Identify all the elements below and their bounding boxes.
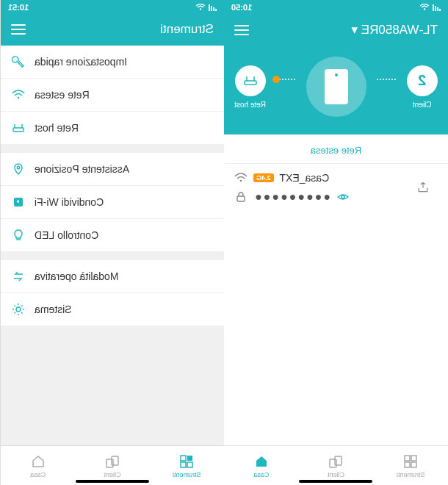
tab-home[interactable]: Casa: [224, 446, 299, 485]
menu-button[interactable]: [11, 24, 26, 35]
tab-tools[interactable]: Strumenti: [150, 446, 224, 485]
wifi-icon: [234, 171, 248, 184]
bulb-icon: [11, 228, 26, 242]
link-device-host: [276, 79, 295, 80]
topology-hero: 2 Client Rete host: [224, 46, 448, 134]
client-tab-icon: [104, 453, 120, 470]
section-extended-network[interactable]: Rete estesa: [224, 134, 448, 164]
wifi-status-icon: [196, 4, 205, 11]
wifi-icon: [11, 87, 26, 102]
link-client-device: [377, 79, 396, 80]
screen-tools: 10:51 Strumenti Impostazione rapida Rete…: [0, 0, 224, 485]
client-count-badge: 2: [407, 65, 438, 96]
status-time: 10:51: [8, 3, 29, 12]
tab-tools[interactable]: Strumenti: [373, 446, 448, 485]
tool-host-network[interactable]: Rete host: [1, 112, 224, 144]
svg-rect-16: [181, 462, 186, 467]
svg-rect-20: [437, 7, 438, 11]
lock-icon: [234, 190, 248, 204]
svg-rect-2: [211, 6, 212, 11]
extender-device[interactable]: [306, 57, 366, 117]
svg-rect-31: [405, 456, 410, 461]
tools-group-3: Modalità operativa Sistema: [1, 260, 224, 326]
tool-location-assistant[interactable]: Assistente Posizione: [1, 153, 224, 186]
svg-rect-29: [237, 196, 245, 201]
svg-rect-22: [433, 4, 434, 11]
status-time: 10:50: [231, 3, 252, 12]
tool-quick-setup[interactable]: Impostazione rapida: [1, 46, 224, 79]
svg-rect-0: [215, 9, 217, 11]
tools-tab-icon: [178, 453, 195, 470]
svg-rect-3: [209, 4, 210, 11]
svg-rect-21: [435, 6, 436, 11]
home-tab-icon: [253, 453, 270, 470]
status-bar: 10:51: [1, 0, 224, 15]
signal-bars-icon: [208, 4, 217, 11]
svg-rect-14: [181, 456, 186, 461]
swap-icon: [11, 269, 26, 284]
tool-share-wifi[interactable]: Condividi Wi-Fi: [1, 186, 224, 219]
tool-system[interactable]: Sistema: [1, 293, 224, 326]
tool-led-control[interactable]: Controllo LED: [1, 219, 224, 251]
share-icon: [11, 195, 26, 209]
home-tab-icon: [30, 453, 46, 470]
router-icon: [11, 121, 26, 135]
svg-rect-24: [245, 81, 256, 85]
svg-point-28: [342, 195, 344, 198]
tab-bar: Strumenti Client Casa: [224, 445, 448, 485]
device-selector[interactable]: TL-WA850RE ▾: [351, 22, 438, 37]
svg-rect-30: [411, 456, 416, 461]
svg-rect-33: [405, 462, 410, 467]
svg-rect-13: [187, 456, 192, 461]
tool-operation-mode[interactable]: Modalità operativa: [1, 260, 224, 293]
tools-group-2: Assistente Posizione Condividi Wi-Fi Con…: [1, 153, 224, 251]
host-icon: [235, 65, 266, 96]
signal-bars-icon: [432, 4, 441, 11]
svg-rect-1: [213, 7, 214, 11]
tab-bar: Strumenti Client Casa: [1, 445, 224, 485]
tab-home[interactable]: Casa: [1, 446, 75, 485]
home-indicator[interactable]: [76, 480, 149, 483]
reveal-password-button[interactable]: [336, 190, 350, 204]
home-indicator[interactable]: [300, 480, 373, 483]
wifi-status-icon: [420, 4, 429, 11]
svg-point-23: [424, 8, 425, 10]
screen-home: 10:50 TL-WA850RE ▾ 2 Client Rete host Re…: [224, 0, 448, 485]
svg-rect-15: [187, 462, 192, 467]
extender-icon: [325, 69, 348, 104]
network-card: Casa_EXT 2.4G ●●●●●●●●●: [224, 164, 448, 214]
app-header: TL-WA850RE ▾: [224, 15, 448, 46]
app-header: Strumenti: [1, 15, 224, 46]
svg-rect-19: [439, 9, 441, 11]
status-bar: 10:50: [224, 0, 448, 15]
wrench-icon: [11, 54, 26, 69]
location-icon: [11, 162, 26, 176]
svg-point-27: [240, 180, 242, 182]
tools-tab-icon: [402, 453, 419, 470]
svg-point-9: [17, 166, 20, 169]
client-node[interactable]: 2 Client: [407, 65, 438, 109]
client-tab-icon: [328, 453, 344, 470]
band-badge: 2.4G: [253, 173, 274, 182]
host-node[interactable]: Rete host: [234, 65, 266, 109]
tools-group-1: Impostazione rapida Rete estesa Rete hos…: [1, 46, 224, 144]
menu-button[interactable]: [234, 25, 249, 35]
tool-extended-network[interactable]: Rete estesa: [1, 79, 224, 112]
share-network-button[interactable]: [416, 181, 430, 194]
svg-rect-32: [411, 462, 416, 467]
svg-point-4: [200, 8, 201, 10]
password-mask: ●●●●●●●●●: [253, 190, 330, 204]
ssid-label: Casa_EXT: [280, 172, 330, 184]
svg-point-12: [16, 307, 21, 312]
svg-point-5: [18, 97, 20, 99]
gear-icon: [11, 302, 26, 317]
header-title: Strumenti: [160, 22, 214, 37]
svg-rect-6: [13, 128, 24, 132]
